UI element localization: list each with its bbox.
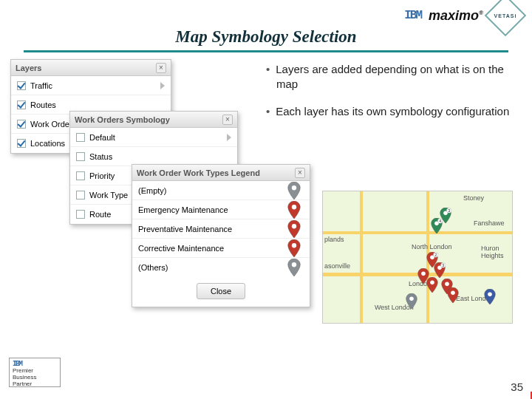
legend-row[interactable]: Emergency Maintenance <box>132 200 310 219</box>
symbology-dialog-title: Work Orders Symbology <box>75 115 170 124</box>
chevron-right-icon[interactable] <box>227 134 231 141</box>
svg-point-17 <box>421 272 426 276</box>
map-label: Stoney <box>463 194 484 202</box>
checkbox-icon[interactable] <box>76 191 85 200</box>
bullet-item: Each layer has its own symbology configu… <box>266 104 513 119</box>
brand-bar: IBM maximo® VETASi <box>404 4 520 27</box>
map-pin-icon <box>287 201 301 219</box>
svg-point-0 <box>292 185 296 190</box>
map-pin-icon <box>287 239 301 257</box>
checkbox-icon[interactable] <box>76 133 85 142</box>
legend-label: Emergency Maintenance <box>138 205 228 214</box>
legend-row[interactable]: (Others) <box>132 258 310 277</box>
map-label: Fanshawe <box>474 219 505 227</box>
svg-text:4: 4 <box>439 219 441 223</box>
map-pin-icon <box>287 220 301 238</box>
symbology-label: Priority <box>89 171 115 180</box>
map-panel[interactable]: StoneyFanshaweplandsHuron Heightsasonvil… <box>322 191 513 324</box>
svg-point-18 <box>430 281 434 285</box>
map-pin-icon[interactable] <box>406 293 417 310</box>
legend-dialog-header: Work Order Work Types Legend × <box>132 165 310 181</box>
svg-point-19 <box>445 282 449 287</box>
title-underline <box>24 50 508 52</box>
legend-dialog-title: Work Order Work Types Legend <box>137 168 260 177</box>
svg-text:3: 3 <box>442 263 444 267</box>
layer-label: Traffic <box>30 81 52 90</box>
map-label: North London <box>412 243 452 250</box>
symbology-label: Work Type <box>89 191 128 200</box>
layers-dialog-title: Layers <box>16 64 41 72</box>
ibm-partner-badge: IBM Premier Business Partner <box>9 358 61 387</box>
maximo-logo: maximo® <box>429 9 483 22</box>
legend-label: Preventative Maintenance <box>138 225 232 233</box>
page-number: 35 <box>511 381 523 393</box>
map-pin-icon[interactable] <box>426 277 438 293</box>
map-label: Huron Heights <box>481 245 512 259</box>
symbology-label: Default <box>89 133 115 142</box>
svg-point-21 <box>409 297 414 301</box>
symbology-row-default[interactable]: Default <box>70 128 237 147</box>
layers-dialog-header: Layers × <box>11 60 171 76</box>
symbology-label: Route <box>89 210 111 219</box>
svg-point-3 <box>292 243 296 248</box>
legend-dialog: Work Order Work Types Legend × (Empty)Em… <box>132 164 310 307</box>
svg-point-1 <box>292 205 296 209</box>
checkbox-icon[interactable] <box>17 139 26 148</box>
checkbox-icon[interactable] <box>17 100 26 109</box>
svg-point-2 <box>292 224 296 228</box>
bullet-list: Layers are added depending on what is on… <box>266 62 513 131</box>
map-pin-icon[interactable]: 4 <box>431 218 443 234</box>
chevron-right-icon[interactable] <box>160 82 165 89</box>
legend-row[interactable]: (Empty) <box>132 181 310 200</box>
close-icon[interactable]: × <box>295 168 305 178</box>
layer-row-traffic[interactable]: Traffic <box>11 76 171 95</box>
svg-point-4 <box>292 262 296 267</box>
close-icon[interactable]: × <box>222 115 233 125</box>
map-pin-icon[interactable] <box>447 287 459 304</box>
checkbox-icon[interactable] <box>76 210 85 219</box>
legend-row[interactable]: Corrective Maintenance <box>132 239 310 258</box>
page-title: Map Symbology Selection <box>0 27 532 47</box>
svg-text:2: 2 <box>434 253 437 257</box>
legend-row[interactable]: Preventative Maintenance <box>132 219 310 239</box>
bullet-item: Layers are added depending on what is on… <box>266 62 513 92</box>
partner-line: Partner <box>13 381 57 388</box>
map-label: plands <box>324 236 344 243</box>
legend-label: (Empty) <box>138 186 167 195</box>
legend-label: Corrective Maintenance <box>138 244 224 253</box>
svg-point-22 <box>488 293 492 297</box>
svg-text:3: 3 <box>448 208 450 213</box>
ibm-logo: IBM <box>404 10 421 21</box>
checkbox-icon[interactable] <box>17 120 26 129</box>
layer-label: Locations <box>30 139 65 148</box>
symbology-label: Status <box>89 152 112 161</box>
checkbox-icon[interactable] <box>76 152 85 161</box>
svg-point-20 <box>451 291 455 296</box>
symbology-dialog-header: Work Orders Symbology × <box>70 112 237 128</box>
legend-label: (Others) <box>138 263 168 272</box>
checkbox-icon[interactable] <box>17 81 26 90</box>
close-button[interactable]: Close <box>197 283 245 299</box>
map-pin-icon[interactable] <box>484 289 496 305</box>
checkbox-icon[interactable] <box>76 171 85 180</box>
map-label: asonville <box>324 262 350 270</box>
layer-label: Routes <box>30 100 56 109</box>
map-pin-icon <box>287 182 301 200</box>
map-pin-icon[interactable]: 3 <box>434 262 446 279</box>
map-pin-icon <box>287 259 301 276</box>
close-icon[interactable]: × <box>156 63 166 73</box>
